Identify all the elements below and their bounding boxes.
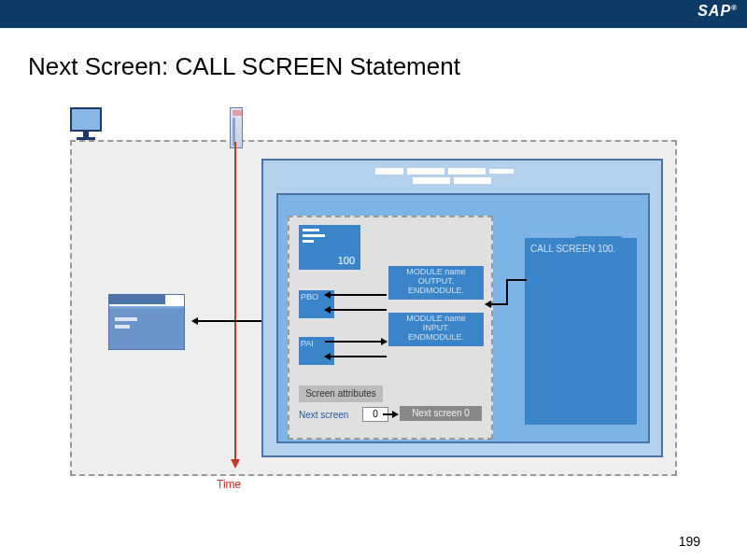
call-connector-v (506, 279, 508, 305)
next-screen-0-tag: Next screen 0 (400, 406, 482, 421)
pbo-arrow-2 (325, 309, 387, 311)
time-label: Time (217, 478, 241, 491)
call-connector-h1 (486, 303, 506, 305)
page-title: Next Screen: CALL SCREEN Statement (28, 52, 747, 81)
screen-100-box: 100 (299, 225, 360, 270)
monitor-icon (70, 107, 102, 140)
module-output-box: MODULE name OUTPUT. ENDMODULE. (388, 266, 484, 300)
time-axis-arrow (234, 142, 236, 467)
nextscreen-arrow (383, 413, 398, 415)
screen-number: 100 (338, 255, 355, 266)
divider (0, 28, 747, 34)
pai-arrow-2 (325, 356, 387, 357)
inner-frame: 100 PBO PAI Screen attributes Next scree… (276, 193, 650, 443)
pbo-arrow-1 (325, 294, 387, 296)
page-number: 199 (679, 534, 700, 549)
next-screen-label: Next screen (299, 410, 348, 420)
pai-arrow-1 (325, 341, 387, 343)
top-bar: SAP® (0, 0, 747, 28)
module-input-box: MODULE name INPUT. ENDMODULE. (388, 313, 484, 346)
call-screen-box: CALL SCREEN 100. (525, 238, 637, 425)
call-connector-h2 (506, 279, 527, 281)
app-frame: 100 PBO PAI Screen attributes Next scree… (261, 159, 663, 457)
title-bars-icon-2 (413, 177, 491, 184)
screen-attributes-label: Screen attributes (299, 385, 383, 402)
title-bars-icon (375, 168, 514, 175)
server-icon (230, 107, 243, 148)
sap-logo: SAP® (698, 3, 738, 20)
client-window-icon (108, 294, 185, 350)
